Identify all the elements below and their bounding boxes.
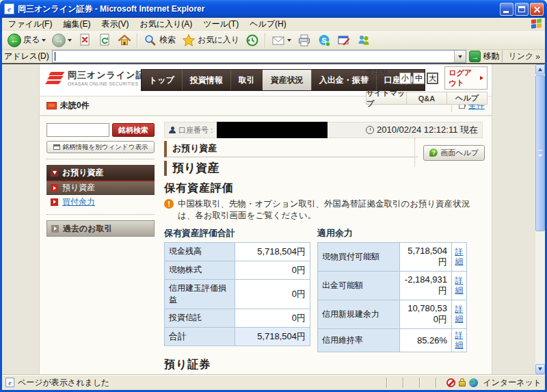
sidebar-section-deposit-assets[interactable]: お預り資産 bbox=[46, 165, 155, 181]
nav-tab-invest-info[interactable]: 投資情報 bbox=[182, 70, 230, 90]
favorites-button[interactable]: お気に入り bbox=[179, 32, 242, 49]
sitemap-link[interactable]: サイトマップ bbox=[366, 92, 407, 105]
mail-button[interactable] bbox=[269, 32, 294, 49]
status-divider bbox=[403, 378, 404, 388]
home-icon bbox=[118, 34, 131, 47]
close-button[interactable] bbox=[530, 3, 544, 16]
scroll-down-button[interactable] bbox=[535, 364, 545, 374]
open-window-label: 銘柄情報を別ウィンドウ表示 bbox=[63, 143, 148, 152]
menu-item-edit[interactable]: 編集(E) bbox=[58, 18, 95, 31]
text-caret bbox=[55, 52, 55, 61]
qa-link[interactable]: Q&A bbox=[407, 92, 447, 105]
skype-button[interactable] bbox=[315, 32, 334, 49]
screen-help-label: 画面ヘルプ bbox=[440, 148, 479, 158]
main-content: 口座番号 : 2010/02/24 12:12:11 現在 お預り資産 預り資産… bbox=[156, 116, 492, 374]
margin-table: 現物買付可能額5,718,504円詳細 出金可能額-2,184,931円詳細 信… bbox=[317, 242, 467, 352]
search-button[interactable]: 検索 bbox=[141, 32, 178, 49]
row-label: 合計 bbox=[165, 327, 235, 345]
font-size-large-button[interactable]: 大 bbox=[427, 73, 438, 84]
sidebar-section-past-trades[interactable]: 過去のお取引 bbox=[46, 220, 155, 237]
back-button[interactable]: ← 戻る bbox=[5, 32, 49, 49]
row-label: 投資信託 bbox=[165, 309, 235, 327]
row-value: 5,718,504円 bbox=[235, 327, 310, 345]
maximize-button[interactable] bbox=[515, 3, 529, 16]
status-bar: e ページが表示されました インターネット bbox=[2, 374, 545, 390]
content-row: 銘柄検索 銘柄情報を別ウィンドウ表示 お預り資産 bbox=[40, 116, 492, 374]
font-size-small-button[interactable]: 小 bbox=[399, 73, 411, 84]
table-row-total: 合計5,718,504円 bbox=[165, 327, 310, 345]
row-value: 85.26% bbox=[400, 328, 452, 352]
search-label: 検索 bbox=[159, 34, 176, 46]
nav-tab-trade[interactable]: 取引 bbox=[230, 70, 263, 90]
detail-link[interactable]: 詳細 bbox=[455, 304, 464, 324]
history-button[interactable] bbox=[243, 32, 262, 49]
page-area: 岡三オンライン証券 OKASAN ONLINE SECURITIES トップ 投… bbox=[2, 64, 545, 374]
links-toolbar[interactable]: リンク » bbox=[502, 51, 543, 62]
sidebar-section-label: お預り資産 bbox=[62, 167, 104, 179]
detail-link[interactable]: 詳細 bbox=[455, 330, 464, 350]
row-label: 現物株式 bbox=[165, 261, 235, 279]
back-dropdown-icon[interactable] bbox=[42, 39, 46, 42]
privacy-report-icon[interactable] bbox=[446, 378, 455, 387]
breadcrumb: お預り資産 bbox=[164, 141, 418, 157]
menu-item-view[interactable]: 表示(V) bbox=[96, 18, 133, 31]
menu-item-favorites[interactable]: お気に入り(A) bbox=[135, 18, 197, 31]
menu-item-tools[interactable]: ツール(T) bbox=[198, 18, 243, 31]
detail-link[interactable]: 詳細 bbox=[455, 247, 464, 267]
screen-help-button[interactable]: ? 画面ヘルプ bbox=[423, 145, 485, 161]
row-label: 現金残高 bbox=[165, 242, 235, 261]
site-logo[interactable]: 岡三オンライン証券 OKASAN ONLINE SECURITIES bbox=[46, 69, 155, 86]
favorites-label: お気に入り bbox=[198, 34, 239, 46]
detail-link[interactable]: 詳細 bbox=[455, 276, 464, 296]
messenger-button[interactable] bbox=[354, 32, 373, 49]
row-label: 出金可能額 bbox=[318, 271, 400, 300]
symbol-search-input[interactable] bbox=[46, 123, 109, 137]
row-value: 5,718,504円 bbox=[400, 242, 452, 271]
chevron-down-icon bbox=[51, 169, 58, 177]
menu-item-file[interactable]: ファイル(F) bbox=[3, 18, 57, 31]
nav-tab-top[interactable]: トップ bbox=[142, 70, 182, 90]
symbol-search-button[interactable]: 銘柄検索 bbox=[112, 123, 155, 137]
table-row: 信用新規建余力10,780,530円詳細 bbox=[318, 300, 467, 328]
row-value: 10,780,530円 bbox=[400, 300, 452, 328]
status-page-icon: e bbox=[5, 378, 14, 387]
open-window-button[interactable]: 銘柄情報を別ウィンドウ表示 bbox=[46, 141, 155, 153]
status-divider bbox=[386, 378, 388, 388]
sidebar-item-buying-power[interactable]: 買付余力 bbox=[46, 195, 155, 209]
forward-dropdown-icon[interactable] bbox=[68, 39, 72, 42]
home-button[interactable] bbox=[115, 32, 134, 49]
help-link[interactable]: ヘルプ bbox=[447, 92, 488, 105]
table-row: 信用建玉評価損益0円 bbox=[165, 279, 310, 309]
menu-item-help[interactable]: ヘルプ(H) bbox=[245, 18, 291, 31]
vertical-scrollbar[interactable] bbox=[535, 64, 545, 374]
site-header: 岡三オンライン証券 OKASAN ONLINE SECURITIES トップ 投… bbox=[40, 64, 492, 96]
stop-button[interactable] bbox=[75, 32, 94, 49]
new-window-icon bbox=[53, 144, 60, 150]
logout-button[interactable]: ログアウト bbox=[444, 66, 488, 90]
mail-icon bbox=[271, 34, 285, 47]
warning-icon: ! bbox=[164, 199, 174, 209]
sidebar-item-label: 預り資産 bbox=[62, 182, 95, 194]
edit-button[interactable] bbox=[334, 32, 353, 49]
font-size-medium-button[interactable]: 中 bbox=[413, 73, 425, 84]
refresh-button[interactable] bbox=[95, 32, 114, 49]
user-icon bbox=[169, 127, 176, 133]
address-input[interactable] bbox=[52, 50, 467, 63]
sidebar-item-deposit-assets[interactable]: 預り資産 bbox=[46, 181, 155, 195]
scroll-thumb[interactable] bbox=[535, 75, 545, 231]
row-label: 信用新規建余力 bbox=[318, 300, 400, 328]
scroll-up-button[interactable] bbox=[535, 64, 545, 75]
address-dropdown-button[interactable] bbox=[454, 51, 466, 62]
print-button[interactable] bbox=[295, 32, 314, 49]
go-button[interactable]: → 移動 bbox=[469, 51, 499, 62]
forward-button[interactable]: → bbox=[49, 32, 75, 49]
minimize-button[interactable] bbox=[500, 3, 513, 16]
print-icon bbox=[297, 34, 311, 47]
mail-dropdown-icon[interactable] bbox=[287, 39, 291, 42]
go-label: 移動 bbox=[483, 51, 499, 62]
nav-tab-asset-status[interactable]: 資産状況 bbox=[263, 70, 311, 90]
row-value: 0円 bbox=[235, 279, 310, 309]
securities-title: 預り証券 bbox=[164, 358, 483, 372]
divider bbox=[46, 214, 155, 215]
unread-mail-icon bbox=[46, 102, 57, 109]
